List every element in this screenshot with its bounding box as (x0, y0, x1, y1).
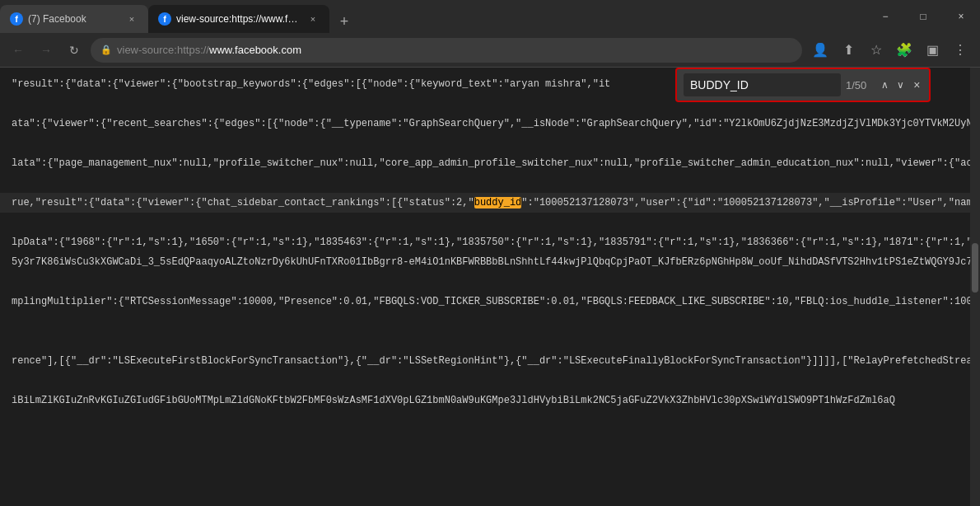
bookmark-icon-button[interactable]: ☆ (863, 37, 889, 63)
extension-icon-button[interactable]: 🧩 (891, 37, 917, 63)
source-line: mplingMultiplier":{"RTCSessionMessage":1… (0, 292, 980, 312)
source-line-highlight: rue,"result":{"data":{"viewer":{"chat_si… (0, 193, 980, 213)
tab-favicon-viewsource: f (158, 12, 171, 26)
url-bar[interactable]: 🔒 view-source:https://www.facebook.com (91, 38, 802, 63)
tab-title-viewsource: view-source:https://www.faceboo... (176, 13, 301, 25)
address-bar: ← → ↻ 🔒 view-source:https://www.facebook… (0, 33, 980, 68)
source-line (0, 272, 980, 292)
source-line (0, 134, 980, 153)
tab-facebook[interactable]: f (7) Facebook × (0, 5, 148, 33)
scroll-thumb[interactable] (972, 243, 978, 293)
close-button[interactable]: × (942, 0, 980, 33)
title-bar: f (7) Facebook × f view-source:https://w… (0, 0, 980, 33)
forward-button[interactable]: → (35, 39, 58, 62)
toolbar-right: 👤 ⬆ ☆ 🧩 ▣ ⋮ (807, 37, 973, 63)
tab-viewsource[interactable]: f view-source:https://www.faceboo... × (148, 5, 329, 33)
source-line: ata":{"viewer":{"recent_searches":{"edge… (0, 114, 980, 134)
minimize-button[interactable]: − (866, 0, 904, 33)
find-prev-button[interactable]: ∧ (880, 76, 890, 94)
new-tab-button[interactable]: + (333, 10, 356, 33)
source-line: rence"],[{"__dr":"LSExecuteFirstBlockFor… (0, 351, 980, 371)
tab-close-viewsource[interactable]: × (306, 12, 320, 26)
menu-icon-button[interactable]: ⋮ (947, 37, 973, 63)
url-text: view-source:https://www.facebook.com (117, 44, 792, 56)
source-line (0, 213, 980, 232)
source-line (0, 312, 980, 331)
refresh-button[interactable]: ↻ (63, 39, 86, 62)
tab-favicon-fb: f (10, 12, 23, 26)
source-line: iBiLmZlKGIuZnRvKGIuZGIudGFibGUoMTMpLmZld… (0, 391, 980, 410)
source-line (0, 173, 980, 193)
find-close-button[interactable]: × (912, 76, 922, 94)
scrollbar[interactable] (970, 68, 980, 506)
back-button[interactable]: ← (7, 39, 30, 62)
find-next-button[interactable]: ∨ (895, 76, 906, 94)
source-line: 5y3r7K86iWsCu3kXGWCaDi_3_5sEdQPaaqyoALZt… (0, 252, 980, 272)
maximize-button[interactable]: □ (904, 0, 942, 33)
profile-icon-button[interactable]: 👤 (807, 37, 833, 63)
source-line (0, 331, 980, 351)
source-line: lata":{"page_management_nux":null,"profi… (0, 153, 980, 173)
find-count: 1/50 (846, 79, 875, 91)
share-icon-button[interactable]: ⬆ (835, 37, 861, 63)
sidebar-icon-button[interactable]: ▣ (919, 37, 945, 63)
lock-icon: 🔒 (100, 45, 112, 55)
source-line: lpData":{"1968":{"r":1,"s":1},"1650":{"r… (0, 232, 980, 252)
tab-close-facebook[interactable]: × (125, 12, 138, 26)
tabs-area: f (7) Facebook × f view-source:https://w… (0, 0, 866, 33)
find-input[interactable] (684, 73, 841, 96)
find-bar: 1/50 ∧ ∨ × (675, 68, 931, 102)
window-controls: − □ × (866, 0, 980, 33)
source-content: "result":{"data":{"viewer":{"bootstrap_k… (0, 68, 980, 506)
source-line (0, 371, 980, 391)
tab-title-facebook: (7) Facebook (28, 13, 120, 25)
